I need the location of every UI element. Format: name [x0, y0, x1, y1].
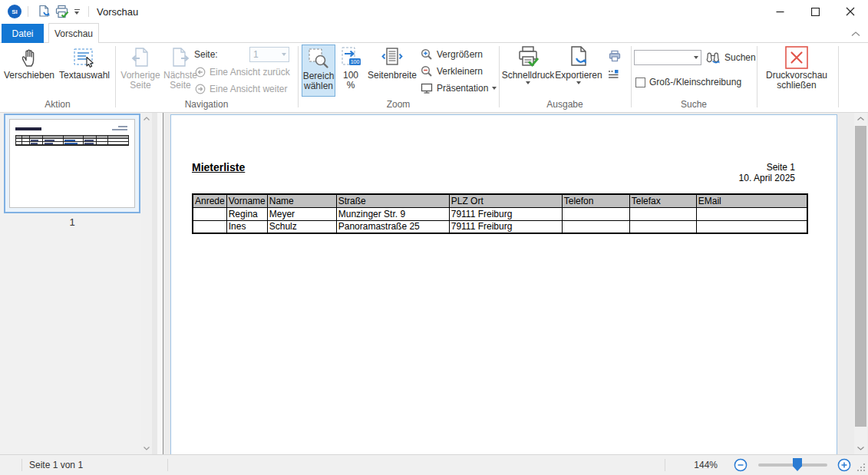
- col-header: Anrede: [193, 194, 226, 207]
- group-label-suche: Suche: [631, 99, 757, 110]
- customize-toolbar-button[interactable]: [71, 2, 82, 21]
- circle-arrow-left-icon: [195, 67, 206, 78]
- panel-splitter-handle[interactable]: [157, 113, 163, 454]
- vergroessern-label: Vergrößern: [437, 49, 483, 60]
- zoom-in-button[interactable]: [837, 458, 851, 472]
- separator: [167, 459, 168, 471]
- page-number-label: Seite 1: [739, 162, 795, 173]
- text-selection-icon: [73, 45, 96, 71]
- group-label-aktion: Aktion: [0, 99, 115, 110]
- document-scrollbar[interactable]: [854, 113, 867, 454]
- search-input[interactable]: [635, 51, 691, 64]
- table-row: Ines Schulz Panoramastraße 25 79111 Frei…: [193, 220, 807, 233]
- grip-dots-icon: [856, 463, 866, 472]
- verkleinern-button[interactable]: Verkleinern: [421, 64, 483, 78]
- checkbox-icon[interactable]: [635, 78, 645, 87]
- cell: Munzinger Str. 9: [336, 207, 449, 220]
- zoom-100-button[interactable]: 100 100 %: [338, 45, 364, 97]
- praesentation-button[interactable]: Präsentation: [421, 81, 497, 95]
- zoom-out-icon: [421, 65, 433, 78]
- ansicht-weiter-button[interactable]: Eine Ansicht weiter: [195, 82, 287, 96]
- suchen-button[interactable]: Suchen: [706, 51, 756, 64]
- seitenbreite-button[interactable]: Seitenbreite: [365, 45, 419, 97]
- cell: 79111 Freiburg: [449, 207, 562, 220]
- druckoptionen-button[interactable]: [608, 67, 619, 81]
- col-header: Telefon: [562, 194, 629, 207]
- mini-header-mark: [112, 129, 127, 130]
- verschieben-button[interactable]: Verschieben: [2, 45, 57, 97]
- exportieren-button[interactable]: Exportieren: [553, 45, 605, 97]
- search-combobox[interactable]: [634, 50, 701, 65]
- resize-grip[interactable]: [856, 463, 866, 474]
- report-title: Mieterliste: [192, 161, 245, 173]
- export-document-icon: [566, 45, 591, 71]
- chevron-down-icon: [857, 447, 864, 450]
- collapse-ribbon-button[interactable]: [850, 29, 862, 38]
- zoom-in-icon: [421, 48, 433, 61]
- panel-splitter[interactable]: [152, 113, 157, 454]
- col-header: Straße: [336, 194, 449, 207]
- textauswahl-button[interactable]: Textauswahl: [57, 45, 112, 97]
- page-arrow-left-icon: [130, 45, 151, 71]
- col-header: PLZ Ort: [449, 194, 562, 207]
- page-thumbnail[interactable]: [4, 114, 140, 213]
- scrollbar-thumb[interactable]: [855, 126, 866, 427]
- druckvorschau-schliessen-button[interactable]: Druckvorschau schließen: [760, 45, 833, 97]
- group-aktion: Verschieben Textauswahl Aktion: [0, 43, 115, 112]
- chevron-down-icon: [694, 56, 698, 59]
- scroll-up-button[interactable]: [854, 113, 867, 124]
- mini-table: [15, 135, 129, 146]
- tab-vorschau[interactable]: Vorschau: [48, 23, 99, 43]
- cell: [562, 220, 629, 233]
- cell: [629, 207, 696, 220]
- chevron-down-icon: [144, 447, 150, 450]
- minimize-button[interactable]: [762, 0, 797, 23]
- vergroessern-button[interactable]: Vergrößern: [421, 48, 483, 61]
- case-sensitive-checkbox-row[interactable]: Groß-/Kleinschreibung: [635, 75, 741, 89]
- app-logo-icon[interactable]: SI: [8, 5, 21, 18]
- combo-arrow-zone[interactable]: [691, 51, 701, 64]
- cell: Schulz: [267, 220, 336, 233]
- print-options-icon: [608, 68, 619, 80]
- zoom-out-button[interactable]: [734, 458, 748, 472]
- scroll-up-button[interactable]: [141, 113, 152, 124]
- zoom-slider-thumb[interactable]: [793, 458, 802, 471]
- close-button[interactable]: [833, 0, 868, 23]
- quick-print-check-icon: [516, 45, 540, 71]
- printer-icon: [608, 50, 622, 63]
- table-row: Regina Meyer Munzinger Str. 9 79111 Frei…: [193, 207, 807, 220]
- druckvorschau-schliessen-label: Druckvorschau schließen: [760, 71, 833, 91]
- seite-input[interactable]: [250, 48, 280, 61]
- col-header: Name: [267, 194, 336, 207]
- table-header-row: Anrede Vorname Name Straße PLZ Ort Telef…: [193, 194, 807, 207]
- quick-export-button[interactable]: [35, 2, 53, 21]
- binoculars-icon: [706, 51, 721, 64]
- ansicht-zurueck-button[interactable]: Eine Ansicht zurück: [195, 65, 290, 79]
- thumbnail-scrollbar[interactable]: [141, 113, 152, 454]
- ansicht-weiter-label: Eine Ansicht weiter: [210, 84, 287, 94]
- quick-print-button[interactable]: [53, 2, 71, 21]
- titlebar: SI Vorschau: [0, 0, 868, 23]
- vorherige-seite-button[interactable]: Vorherige Seite: [121, 45, 160, 97]
- cell: [193, 207, 226, 220]
- chevron-up-icon: [144, 117, 150, 120]
- bereich-waehlen-button[interactable]: Bereich wählen: [302, 45, 335, 97]
- schnelldruck-button[interactable]: Schnelldruck: [503, 45, 553, 97]
- circle-arrow-right-icon: [195, 84, 206, 94]
- textauswahl-label: Textauswahl: [59, 71, 110, 81]
- maximize-button[interactable]: [797, 0, 833, 23]
- zoom-100-icon: 100: [339, 45, 362, 71]
- plus-circle-icon: [837, 458, 851, 472]
- group-zoom: Bereich wählen 100 100 %: [298, 43, 499, 112]
- bar-icon: [74, 9, 80, 10]
- scroll-down-button[interactable]: [854, 443, 867, 454]
- cell: Regina: [226, 207, 267, 220]
- drucken-button[interactable]: [608, 49, 622, 63]
- scroll-down-button[interactable]: [141, 443, 152, 454]
- seite-combobox[interactable]: [249, 47, 289, 62]
- tab-datei[interactable]: Datei: [2, 24, 44, 43]
- ribbon-tabs: Datei Vorschau: [0, 23, 868, 43]
- group-label-navigation: Navigation: [115, 99, 298, 110]
- mieterliste-table: Anrede Vorname Name Straße PLZ Ort Telef…: [192, 193, 808, 234]
- chevron-up-icon: [857, 117, 864, 120]
